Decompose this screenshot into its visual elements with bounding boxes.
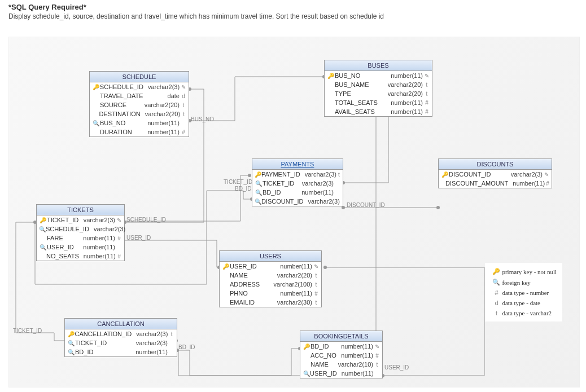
column-type: number(11) xyxy=(275,290,312,297)
magnifier-icon: 🔍 xyxy=(303,371,310,377)
column-row: 🔍BD_IDnumber(11) xyxy=(252,188,343,197)
table-body: 🔑BD_IDnumber(11)✎ACC_NOnumber(11)#NAMEva… xyxy=(300,342,382,378)
column-row: NO_SEATSnumber(11)# xyxy=(37,252,124,261)
column-name: BD_ID xyxy=(311,343,329,350)
column-name: DISCOUNT_ID xyxy=(449,171,491,178)
column-row: TYPEvarchar2(20)t xyxy=(325,89,432,98)
column-type: number(11) xyxy=(386,99,423,106)
column-type: number(11) xyxy=(297,189,334,196)
type-flag-icon: ✎ xyxy=(423,73,430,79)
column-type: varchar2(3) xyxy=(298,180,334,187)
column-name: TICKET_ID xyxy=(263,180,294,187)
column-type: number(11) xyxy=(508,180,545,187)
column-type: varchar2(20) xyxy=(273,272,312,279)
type-flag-icon: t xyxy=(312,272,319,279)
column-name: BUS_NO xyxy=(100,120,125,126)
column-type: number(11) xyxy=(336,352,373,359)
key-icon: 🔑 xyxy=(441,171,449,178)
column-row: 🔑CANCELLATION_IDvarchar2(3)t xyxy=(65,329,177,338)
d-icon: d xyxy=(491,299,502,306)
key-icon: 🔑 xyxy=(303,343,311,350)
column-name: EMAILID xyxy=(230,299,255,306)
column-name: USER_ID xyxy=(230,263,257,270)
key-icon: 🔑 xyxy=(67,331,75,337)
column-row: PHNOnumber(11)# xyxy=(220,289,321,298)
rel-label-user-id: USER_ID xyxy=(126,235,151,241)
column-row: FAREnumber(11)# xyxy=(37,234,124,243)
svg-point-17 xyxy=(323,266,327,269)
table-body: 🔑BUS_NOnumber(11)✎BUS_NAMEvarchar2(20)tT… xyxy=(325,71,432,116)
column-row: 🔑BD_IDnumber(11)✎ xyxy=(300,342,382,351)
column-type: varchar2(3) xyxy=(143,83,180,90)
column-row: 🔍TICKET_IDvarchar2(3) xyxy=(252,179,343,188)
column-row: 🔍BUS_NOnumber(11) xyxy=(90,118,189,127)
question-subtitle: Display schedule_id, source, destination… xyxy=(8,12,578,20)
column-row: NAMEvarchar2(10)t xyxy=(300,360,382,369)
column-row: TOTAL_SEATSnumber(11)# xyxy=(325,98,432,107)
column-name: CANCELLATION_ID xyxy=(75,331,132,337)
type-flag-icon: # xyxy=(312,290,319,297)
column-name: AVAIL_SEATS xyxy=(335,108,375,115)
rel-label-ticket-id2: TICKET_ID xyxy=(13,328,42,334)
column-row: DURATIONnumber(11)# xyxy=(90,127,189,136)
column-name: FARE xyxy=(47,235,63,241)
column-name: ADDRESS xyxy=(230,281,260,288)
table-body: 🔑DISCOUNT_IDvarchar2(3)✎DISCOUNT_AMOUNTn… xyxy=(439,170,552,188)
column-name: SCHEDULE_ID xyxy=(100,83,143,90)
column-type: number(11) xyxy=(131,349,168,355)
column-row: ACC_NOnumber(11)# xyxy=(300,351,382,360)
column-row: 🔑TICKET_IDvarchar2(3)✎ xyxy=(37,215,124,224)
magnifier-icon: 🔍 xyxy=(92,120,100,126)
table-body: 🔑CANCELLATION_IDvarchar2(3)t🔍TICKET_IDva… xyxy=(65,329,177,356)
table-bookingdetails: BOOKINGDETAILS 🔑BD_IDnumber(11)✎ACC_NOnu… xyxy=(300,331,383,378)
column-row: ADDRESSvarchar2(100)t xyxy=(220,280,321,289)
column-name: SOURCE xyxy=(100,102,126,108)
legend-varchar: tdata type - varchar2 xyxy=(491,308,557,318)
column-name: PAYMENT_ID xyxy=(261,171,300,178)
column-name: NO_SEATS xyxy=(46,253,79,259)
column-type: number(11) xyxy=(337,370,374,377)
type-flag-icon: t xyxy=(180,111,186,117)
column-type: varchar2(20) xyxy=(141,111,180,117)
column-type: number(11) xyxy=(79,253,116,259)
table-schedule: SCHEDULE 🔑SCHEDULE_IDvarchar2(3)✎TRAVEL_… xyxy=(89,71,189,137)
column-type: number(11) xyxy=(336,343,373,350)
table-body: 🔑TICKET_IDvarchar2(3)✎🔍SCHEDULE_IDvarcha… xyxy=(37,215,124,261)
legend-fk: 🔍foreign key xyxy=(491,277,557,288)
key-icon: 🔑 xyxy=(39,217,47,223)
table-cancellation: CANCELLATION 🔑CANCELLATION_IDvarchar2(3)… xyxy=(64,318,177,357)
key-icon: 🔑 xyxy=(255,171,261,178)
type-flag-icon: # xyxy=(545,180,549,187)
type-flag-icon: ✎ xyxy=(543,171,549,178)
table-tickets: TICKETS 🔑TICKET_IDvarchar2(3)✎🔍SCHEDULE_… xyxy=(36,204,125,261)
table-title: TICKETS xyxy=(37,205,124,215)
table-users: USERS 🔑USER_IDnumber(11)✎NAMEvarchar2(20… xyxy=(219,250,322,307)
table-buses: BUSES 🔑BUS_NOnumber(11)✎BUS_NAMEvarchar2… xyxy=(324,60,432,117)
column-type: varchar2(3) xyxy=(506,171,543,178)
type-flag-icon: ✎ xyxy=(115,217,122,223)
legend-date: ddata type - date xyxy=(491,298,557,308)
table-payments: PAYMENTS 🔑PAYMENT_IDvarchar2(3)t🔍TICKET_… xyxy=(252,158,343,206)
legend-pk: 🔑primary key - not null xyxy=(491,266,557,277)
column-row: 🔑USER_IDnumber(11)✎ xyxy=(220,262,321,271)
column-type: number(11) xyxy=(275,263,312,270)
rel-label-ticket-id: TICKET_ID xyxy=(224,179,252,185)
column-name: BUS_NAME xyxy=(335,81,369,88)
column-name: TRAVEL_DATE xyxy=(100,93,143,99)
table-discounts: DISCOUNTS 🔑DISCOUNT_IDvarchar2(3)✎DISCOU… xyxy=(438,158,552,188)
magnifier-icon: 🔍 xyxy=(255,180,263,187)
column-name: DURATION xyxy=(100,129,132,135)
column-type: number(11) xyxy=(78,244,115,250)
rel-label-bd-id: BD_ID xyxy=(235,186,251,192)
type-flag-icon: t xyxy=(312,299,319,306)
column-type: varchar2(3) xyxy=(132,331,168,337)
svg-point-7 xyxy=(248,174,251,177)
column-row: AVAIL_SEATSnumber(11)# xyxy=(325,107,432,116)
erd-canvas: SCHEDULE 🔑SCHEDULE_IDvarchar2(3)✎TRAVEL_… xyxy=(8,37,580,387)
rel-label-bd-id2: BD_ID xyxy=(178,344,195,350)
column-type: varchar2(3) xyxy=(79,217,115,223)
table-body: 🔑USER_IDnumber(11)✎NAMEvarchar2(20)tADDR… xyxy=(220,262,321,307)
column-row: 🔑DISCOUNT_IDvarchar2(3)✎ xyxy=(439,170,552,179)
t-icon: t xyxy=(491,310,502,316)
column-name: USER_ID xyxy=(310,370,337,377)
